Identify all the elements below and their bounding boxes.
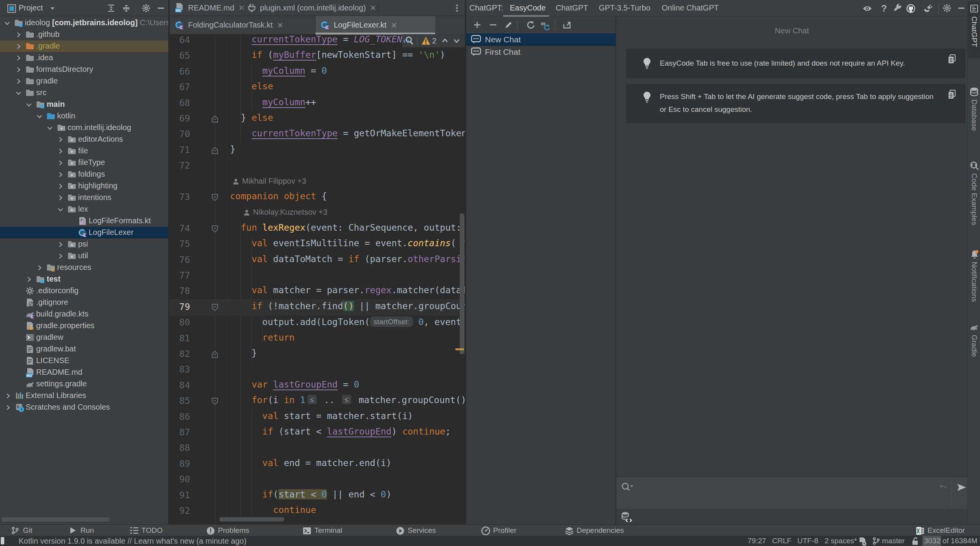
close-icon[interactable] [370, 4, 377, 11]
chevron-right-icon[interactable] [57, 253, 64, 259]
code-line-87[interactable]: 87 if (start < lastGroupEnd) continue; [170, 425, 465, 441]
bottom-stripe-todo[interactable]: TODO [129, 525, 163, 536]
tree-row-readme-md[interactable]: MDREADME.md [0, 367, 168, 378]
code-line-77[interactable]: 77 [170, 268, 465, 284]
code-line-91[interactable]: 91 if(start < 0 || end < 0) [170, 488, 465, 504]
memory-indicator[interactable]: 3032 of 16384M [924, 537, 977, 545]
editor-tab-foldingcalculatortask-kt[interactable]: FoldingCalculatorTask.kt [170, 16, 316, 34]
chat-tab-gpt-3-5-turbo[interactable]: GPT-3.5-Turbo [599, 3, 650, 12]
project-header-settings-icon[interactable] [141, 3, 151, 13]
project-header-hide-icon[interactable] [156, 3, 166, 13]
tree-row-gradlew-bat[interactable]: gradlew.bat [0, 343, 168, 355]
tree-row-file[interactable]: file [0, 145, 168, 157]
chevron-down-icon[interactable] [36, 113, 43, 120]
project-switcher-caret[interactable] [49, 4, 56, 12]
code-line-69[interactable]: 69 } else [170, 111, 465, 127]
chevron-right-icon[interactable] [36, 264, 43, 271]
code-line-70[interactable]: 70 currentTokenType = getOrMakeElementTo… [170, 127, 465, 143]
author-annotation[interactable]: Nikolay.Kuznetsov +3 [170, 205, 465, 221]
chat-toolbar-m-refresh-icon[interactable]: m [540, 20, 549, 30]
code-line-68[interactable]: 68 myColumn++ [170, 96, 465, 111]
tree-row-build-gradle-kts[interactable]: build.gradle.kts [0, 308, 168, 320]
fold-marker-down-icon[interactable] [211, 193, 219, 202]
code-line-74[interactable]: 74 fun lexRegex(event: CharSequence, out… [170, 221, 465, 237]
tree-row-logfilelexer[interactable]: LogFileLexer [0, 227, 168, 238]
tree-row-resources[interactable]: resources [0, 262, 168, 273]
code-line-71[interactable]: 71} [170, 143, 465, 158]
chat-header-github-icon[interactable] [906, 3, 915, 13]
editor-tab-readme-md[interactable]: MDREADME.md [170, 0, 242, 16]
fold-marker-up-icon[interactable] [211, 350, 219, 358]
chat-toolbar-add-icon[interactable] [473, 20, 482, 30]
chevron-down-icon[interactable] [26, 101, 32, 108]
code-line-82[interactable]: 82 } [170, 346, 465, 362]
chevron-down-icon[interactable] [15, 90, 22, 96]
tree-row-root[interactable]: ideolog [com.jetbrains.ideolog] C:\Users… [0, 17, 168, 29]
chevron-down-icon[interactable] [57, 206, 64, 213]
prev-warning-icon[interactable] [441, 37, 449, 45]
code-line-75[interactable]: 75 val eventIsMultiline = event.contains… [170, 236, 465, 252]
tree-row-external-libraries[interactable]: External Libraries [0, 390, 168, 402]
chat-header-hide-icon[interactable] [957, 3, 966, 13]
code-line-66[interactable]: 66 myColumn = 0 [170, 64, 465, 80]
bottom-stripe-exceleditor[interactable]: ExcelEditor [915, 525, 965, 536]
chat-toolbar-edit-icon[interactable] [504, 20, 513, 30]
tree-row-gradle[interactable]: gradle [0, 75, 168, 87]
tree-row-psi[interactable]: psi [0, 238, 168, 250]
chevron-down-icon[interactable] [4, 20, 10, 26]
tree-row-foldings[interactable]: foldings [0, 169, 168, 180]
chat-list-item-first-chat[interactable]: First Chat [466, 46, 616, 58]
chat-header-wrench-icon[interactable] [893, 3, 902, 13]
tree-row-gradle-properties[interactable]: gradle.properties [0, 320, 168, 332]
tree-row-kotlin[interactable]: kotlin [0, 110, 168, 122]
editor-hscrollbar[interactable] [220, 517, 284, 522]
chat-toolbar-refresh-icon[interactable] [525, 20, 535, 30]
editor-tab-logfilelexer-kt[interactable]: LogFileLexer.kt [316, 16, 435, 34]
chevron-right-icon[interactable] [15, 43, 22, 50]
tree-row--editorconfig[interactable]: .editorconfig [0, 285, 168, 297]
editor-vscrollbar[interactable] [460, 214, 464, 354]
stripe-item-database[interactable]: Database [968, 85, 980, 139]
next-warning-icon[interactable] [453, 37, 460, 45]
chevron-right-icon[interactable] [26, 276, 32, 283]
project-title[interactable]: Project [19, 3, 43, 12]
code-line-81[interactable]: 81 return [170, 331, 465, 347]
tree-row-gradlew[interactable]: gradlew [0, 332, 168, 343]
chat-header-help-icon[interactable]: ? [879, 3, 889, 13]
stripe-item-chatgpt[interactable]: ChatGPT [968, 2, 980, 58]
tree-row-editoractions[interactable]: editorActions [0, 134, 168, 145]
tree-row-main[interactable]: main [0, 99, 168, 110]
tree-row-lex[interactable]: lex [0, 203, 168, 215]
code-line-85[interactable]: 85 for(i in 1≤ .. ≤ matcher.groupCount() [170, 393, 465, 409]
code-line-65[interactable]: 65 if (myBuffer[newTokenStart] == '\n') [170, 48, 465, 64]
chevron-right-icon[interactable] [57, 195, 64, 201]
stripe-item-code-examples[interactable]: Code Examples [968, 158, 980, 236]
fold-marker-down-icon[interactable] [211, 225, 219, 233]
chevron-right-icon[interactable] [15, 66, 22, 73]
tabs-more-kebab-icon[interactable] [453, 3, 460, 13]
tree-row-highlighting[interactable]: highlighting [0, 180, 168, 192]
line-ending[interactable]: CRLF [772, 537, 792, 545]
indent-config-icon[interactable] [858, 537, 867, 545]
code-line-72[interactable]: 72 [170, 158, 465, 174]
copy-icon[interactable] [947, 54, 957, 64]
fold-marker-up-icon[interactable] [211, 115, 219, 123]
branch-icon[interactable] [872, 537, 881, 545]
close-icon[interactable] [391, 22, 398, 29]
tree-row--gitignore[interactable]: .gitignore [0, 297, 168, 308]
encoding[interactable]: UTF-8 [797, 537, 818, 545]
git-branch-name[interactable]: master [882, 537, 905, 545]
bottom-stripe-services[interactable]: Services [396, 525, 436, 536]
chevron-right-icon[interactable] [15, 55, 22, 61]
project-header-collapse-all-icon[interactable] [122, 3, 131, 13]
tree-row-com-intellij-ideolog[interactable]: com.intellij.ideolog [0, 122, 168, 134]
chat-toolbar-remove-icon[interactable] [488, 20, 498, 30]
stripe-item-notifications[interactable]: Notifications [968, 247, 980, 314]
chat-tab-chatgpt[interactable]: ChatGPT [556, 3, 588, 12]
chevron-right-icon[interactable] [15, 31, 22, 38]
code-line-84[interactable]: 84 var lastGroupEnd = 0 [170, 378, 465, 394]
tree-row-logfileformats-kt[interactable]: LogFileFormats.kt [0, 215, 168, 227]
project-hscrollbar[interactable] [2, 517, 109, 522]
chevron-right-icon[interactable] [15, 78, 22, 85]
tree-row-intentions[interactable]: intentions [0, 192, 168, 203]
